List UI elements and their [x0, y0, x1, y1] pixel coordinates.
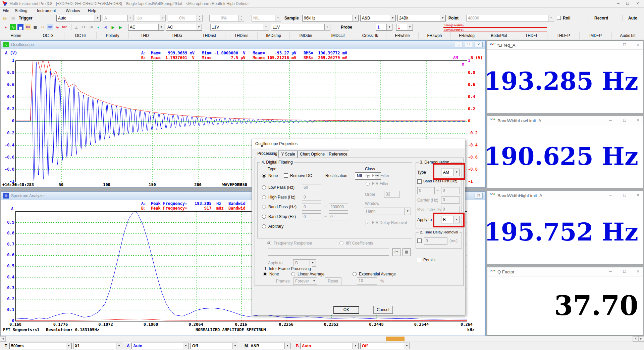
band-stop-radio[interactable] [262, 215, 266, 219]
fft-filter-radio[interactable] [366, 174, 370, 178]
tab-frswph[interactable]: FRswph [419, 32, 451, 39]
tab-imddin[interactable]: IMDdin [290, 32, 322, 39]
order-field[interactable]: 32 [384, 191, 399, 198]
cancel-button[interactable]: Cancel [373, 306, 393, 314]
maximize-button[interactable]: ☐ [624, 1, 631, 6]
tab-thdres[interactable]: THDres [225, 32, 258, 39]
sweep-time-select[interactable]: 500ms▼ [9, 343, 72, 349]
tab-frwhite[interactable]: FRwhite [386, 32, 419, 39]
open-file-icon[interactable]: 🗁 [2, 15, 8, 21]
spectrum-maximize-icon[interactable]: ❐ [475, 193, 483, 199]
speaker-icon[interactable]: ◀) [103, 24, 109, 30]
tab-y-scale[interactable]: Y Scale [279, 150, 298, 158]
band-pass-to-field[interactable]: 200000 [329, 204, 348, 211]
ok-button[interactable]: OK [333, 306, 359, 314]
math-mode-select[interactable]: A&B▼ [249, 343, 290, 349]
panel-close-icon[interactable]: ✕ [635, 269, 641, 274]
signal-generator-icon[interactable]: ∿∿ [40, 24, 46, 30]
mod-index-field[interactable]: 0 [441, 206, 460, 213]
panel-minimize-icon[interactable]: ─ [607, 118, 613, 123]
panel-close-icon[interactable]: ✕ [635, 118, 641, 123]
fir-filter-radio[interactable] [366, 182, 370, 186]
panel-minimize-icon[interactable]: ─ [607, 269, 613, 274]
ifp-none-radio[interactable] [263, 272, 267, 276]
probe-b-select[interactable]: 1▼ [396, 24, 413, 31]
scrollbar-thumb[interactable] [386, 337, 405, 341]
arbitrary-apply-to-select[interactable]: B▼ [293, 259, 316, 267]
trigger-mode-select[interactable]: Auto▼ [56, 15, 101, 21]
panel-close-icon[interactable]: ✕ [635, 42, 641, 48]
point-count-select[interactable]: 48000▼ [466, 15, 554, 21]
save-file-icon[interactable]: ▤ [10, 15, 16, 21]
play-a-icon[interactable]: ▶ [110, 24, 116, 30]
tab-thd~p[interactable]: THD~P [547, 32, 580, 39]
panel-maximize-icon[interactable]: ☐ [622, 193, 628, 198]
low-pass-radio[interactable] [262, 185, 266, 189]
time-delay-checkbox[interactable] [417, 238, 422, 243]
device-test-plan-icon[interactable]: DUT [47, 24, 53, 30]
sample-rate-select[interactable]: 96kHz▼ [302, 15, 359, 21]
low-pass-field[interactable]: 60 [302, 184, 321, 191]
tab-frswlog[interactable]: FRswlog [451, 32, 483, 39]
menu-file[interactable]: File [3, 8, 9, 13]
trigger-level-spinner[interactable]: 0%▲▼ [168, 15, 203, 21]
arbitrary-radio[interactable] [262, 224, 266, 228]
dialog-close-icon[interactable]: ✕ [255, 141, 269, 151]
exp-average-field[interactable]: 10 [357, 277, 377, 285]
carrier-field[interactable]: 0 [441, 196, 460, 204]
tab-thd[interactable]: THD [129, 32, 161, 39]
panel-f1freq-title-bar[interactable]: DDP f1Freq_A ─ ☐ ✕ [487, 41, 643, 50]
band-pass-radio[interactable] [262, 205, 266, 209]
tab-audiotst[interactable]: AudioTst [612, 32, 644, 39]
close-button[interactable]: ✕ [634, 1, 641, 6]
tab-oct6[interactable]: OCT6 [64, 32, 97, 39]
oscilloscope-icon[interactable]: ∿ [10, 24, 16, 30]
tab-polarity[interactable]: Polarity [97, 32, 129, 39]
sample-bits-select[interactable]: 24Bit▼ [397, 15, 446, 21]
tab-crosstlk[interactable]: CrossTlk [354, 32, 386, 39]
spectrum-analyzer-icon[interactable]: ▅ [17, 24, 23, 30]
spectrum-3d-plot-icon[interactable]: ▦ [32, 24, 38, 30]
edit-table-icon[interactable]: ▦ [402, 248, 411, 256]
tab-reference[interactable]: Reference [327, 150, 349, 158]
high-pass-radio[interactable] [262, 195, 266, 199]
tab-thda[interactable]: THDa [161, 32, 193, 39]
ddp-viewer-icon[interactable]: DDP [62, 24, 68, 30]
tab-chart-options[interactable]: Chart Options [298, 150, 327, 158]
time-delay-field[interactable]: 0 [424, 237, 447, 245]
browse-file-icon[interactable]: 🗁 [392, 248, 400, 256]
panel-maximize-icon[interactable]: ☐ [622, 42, 628, 48]
coupling-a-select[interactable]: AC▼ [128, 24, 164, 31]
panel-bandwidth-low-title-bar[interactable]: DDP BandWidthLowLimit_A ─ ☐ ✕ [487, 116, 643, 125]
band-stop-to-field[interactable]: 0 [329, 213, 348, 220]
stop-icon[interactable]: ● [3, 24, 9, 30]
arbitrary-file-field[interactable] [268, 249, 389, 256]
channel-b-filter-select[interactable]: Off▼ [360, 343, 410, 349]
scroll-left-icon[interactable]: ◄ [633, 336, 638, 342]
panel-q-factor-title-bar[interactable]: DDP Q Factor ─ ☐ ✕ [487, 267, 643, 276]
tab-processing[interactable]: Processing [256, 150, 279, 158]
tab-home[interactable]: Home [0, 32, 32, 39]
range-a-select[interactable]: ±1V▼ [210, 24, 269, 31]
minimize-button[interactable]: ─ [614, 1, 622, 6]
marker-1-icon[interactable]: ⇂A [80, 24, 87, 30]
fir-delay-checkbox[interactable]: ✓ [366, 221, 370, 225]
remove-dc-checkbox[interactable] [284, 173, 288, 178]
menu-setting[interactable]: Setting [15, 8, 27, 13]
zoom-select[interactable]: X1▼ [73, 343, 122, 349]
oscilloscope-maximize-icon[interactable]: ❐ [465, 42, 473, 47]
trigger-edge-select[interactable]: Up▼ [135, 15, 166, 21]
panel-maximize-icon[interactable]: ☐ [622, 269, 628, 274]
panel-close-icon[interactable]: ✕ [635, 193, 641, 198]
oscilloscope-close-icon[interactable]: ✕ [475, 42, 483, 47]
menu-instrument[interactable]: Instrument [37, 8, 56, 13]
trigger-source-select[interactable]: A▼ [103, 15, 133, 21]
oscilloscope-minimize-icon[interactable]: ▁ [455, 42, 463, 47]
panel-minimize-icon[interactable]: ─ [607, 42, 613, 48]
panel-maximize-icon[interactable]: ☐ [622, 118, 628, 123]
droplet-icon[interactable]: ● [95, 24, 101, 30]
channel-b-mode-select[interactable]: Auto▼ [300, 343, 359, 349]
probe-a-select[interactable]: 1▼ [376, 24, 392, 31]
exponential-average-radio[interactable] [353, 272, 357, 276]
tab-imd~p[interactable]: IMD~P [580, 32, 612, 39]
